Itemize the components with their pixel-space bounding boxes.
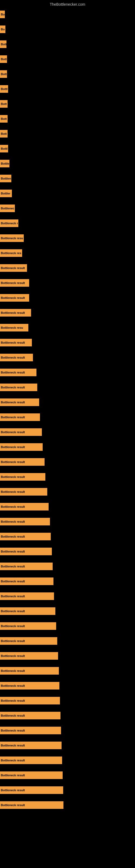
- bar-item: Bottleneck result: [0, 574, 135, 589]
- bar-item: Bottleneck result: [0, 708, 135, 723]
- bar-item: Bottleneck result: [0, 544, 135, 559]
- bar-item: Bottleneck result: [0, 499, 135, 514]
- bar-item: Bott: [0, 126, 135, 141]
- bar-item: Bottleneck result: [0, 469, 135, 484]
- bar-label: Bottleneck result: [0, 682, 59, 689]
- bar-item: Bottleneck result: [0, 768, 135, 782]
- bar-label: Bottleneck result: [0, 294, 29, 302]
- bar-label: Bottl: [0, 85, 8, 93]
- bar-item: Bottleneck result: [0, 618, 135, 633]
- bar-label: Bottleneck result: [0, 488, 47, 496]
- bar-item: Bottleneck result: [0, 738, 135, 753]
- bar-label: Bottleneck result: [0, 786, 63, 794]
- bar-item: Bottl: [0, 141, 135, 156]
- bar-item: Bottleneck result: [0, 454, 135, 469]
- bar-item: Bottleneck result: [0, 484, 135, 499]
- bar-item: Bottle: [0, 156, 135, 171]
- bar-item: Bottleneck result: [0, 365, 135, 380]
- bar-label: Bottle: [0, 160, 9, 167]
- bar-item: Bottleneck result: [0, 514, 135, 529]
- bar-item: Bott: [0, 111, 135, 126]
- bar-item: Bott: [0, 37, 135, 52]
- bar-item: Bottleneck result: [0, 275, 135, 290]
- bar-label: Bottlen: [0, 175, 11, 182]
- bar-item: Bottleneck resu: [0, 320, 135, 335]
- bar-item: Bottleneck result: [0, 603, 135, 618]
- bar-item: Bottlen: [0, 171, 135, 186]
- bar-label: Bottleneck result: [0, 563, 53, 570]
- bar-label: Bottleneck result: [0, 578, 53, 585]
- bar-label: Bottleneck result: [0, 354, 33, 361]
- bar-label: Bottlenec: [0, 205, 15, 212]
- bar-item: Bottleneck result: [0, 663, 135, 678]
- bar-label: Bottleneck result: [0, 652, 58, 660]
- bar-label: Bottleneck res: [0, 249, 22, 257]
- bar-label: Bottleneck result: [0, 369, 37, 376]
- bar-item: Bottleneck result: [0, 798, 135, 812]
- bar-label: Bottleneck result: [0, 592, 54, 600]
- bar-item: Bottleneck result: [0, 395, 135, 410]
- bars-container: BoBoBottBottBottBottlBottBottBottBottlBo…: [0, 7, 135, 812]
- bar-label: Bottleneck result: [0, 339, 32, 346]
- bar-item: Bottleneck result: [0, 723, 135, 738]
- bar-label: Bottleneck result: [0, 548, 52, 555]
- bar-label: Bottleneck result: [0, 413, 40, 421]
- bar-item: Bottleneck resu: [0, 230, 135, 246]
- bar-item: Bottleneck result: [0, 529, 135, 544]
- bar-item: Bottleneck result: [0, 335, 135, 350]
- bar-label: Bottl: [0, 145, 8, 152]
- bar-label: Bottleneck result: [0, 771, 63, 779]
- bar-label: Bottleneck resu: [0, 235, 24, 242]
- site-title: TheBottlenecker.com: [0, 0, 135, 8]
- bar-item: Bott: [0, 66, 135, 82]
- bar-label: Bottleneck result: [0, 801, 63, 809]
- bar-label: Bottleneck result: [0, 264, 27, 272]
- bar-item: Bottlenec: [0, 201, 135, 216]
- bar-label: Bo: [0, 26, 5, 33]
- bar-label: Bottleneck result: [0, 742, 61, 749]
- bar-item: Bottleneck result: [0, 305, 135, 320]
- bar-item: Bottleneck result: [0, 693, 135, 708]
- bar-item: Bott: [0, 96, 135, 111]
- bar-label: Bott: [0, 115, 8, 123]
- bar-item: Bott: [0, 52, 135, 66]
- bar-item: Bottleneck result: [0, 290, 135, 305]
- bar-item: Bottleneck result: [0, 648, 135, 663]
- bar-item: Bottleneck result: [0, 589, 135, 603]
- bar-label: Bott: [0, 130, 8, 137]
- bar-label: Bottleneck result: [0, 383, 37, 391]
- bar-label: Bottleneck result: [0, 443, 43, 451]
- bar-item: Bottleneck result: [0, 260, 135, 275]
- bar-label: Bottleneck result: [0, 533, 51, 540]
- bar-label: Bottleneck result: [0, 518, 50, 525]
- bar-label: Bottleneck result: [0, 458, 45, 466]
- bar-label: Bottleneck result: [0, 428, 42, 436]
- bar-item: Bottleneck result: [0, 425, 135, 439]
- bar-label: Bo: [0, 10, 5, 18]
- bar-item: Bottleneck result: [0, 782, 135, 798]
- bar-label: Bottleneck result: [0, 399, 39, 406]
- bar-item: Bottleneck result: [0, 678, 135, 693]
- bar-label: Bottleneck result: [0, 607, 55, 615]
- bar-label: Bottler: [0, 190, 12, 197]
- bar-item: Bo: [0, 7, 135, 22]
- bar-label: Bottleneck result: [0, 503, 49, 510]
- bar-label: Bott: [0, 55, 7, 63]
- bar-label: Bottleneck result: [0, 697, 60, 705]
- bar-label: Bottleneck resu: [0, 324, 28, 332]
- bar-label: Bottleneck result: [0, 622, 56, 630]
- bar-item: Bottleneck result: [0, 753, 135, 768]
- bar-item: Bottleneck result: [0, 350, 135, 365]
- bar-label: Bottleneck result: [0, 279, 29, 287]
- bar-item: Bo: [0, 22, 135, 37]
- bar-label: Bottleneck result: [0, 473, 45, 480]
- bar-label: Bott: [0, 100, 8, 108]
- bar-item: Bottleneck result: [0, 559, 135, 574]
- bar-item: Bottler: [0, 186, 135, 201]
- bar-label: Bottleneck result: [0, 712, 60, 719]
- bar-label: Bott: [0, 70, 7, 78]
- bar-item: Bottleneck r: [0, 216, 135, 230]
- bar-item: Bottl: [0, 82, 135, 96]
- bar-label: Bottleneck result: [0, 756, 62, 764]
- bar-item: Bottleneck result: [0, 380, 135, 395]
